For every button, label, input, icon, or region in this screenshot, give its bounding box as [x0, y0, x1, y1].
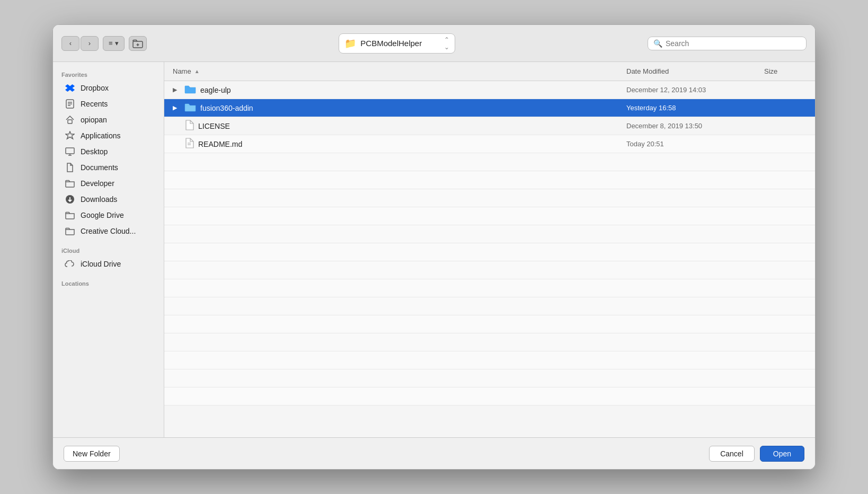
file-area: Name ▲ Date Modified Size ▶ — [164, 62, 815, 437]
file-table-header: Name ▲ Date Modified Size — [164, 62, 815, 81]
sidebar-item-recents[interactable]: Recents — [56, 96, 161, 112]
table-row-empty — [164, 333, 815, 351]
sidebar-item-developer[interactable]: Developer — [56, 175, 161, 191]
table-row-empty — [164, 153, 815, 171]
file-row-left: ▶ LICENSE — [173, 120, 626, 133]
table-row-empty — [164, 369, 815, 387]
file-date: Yesterday 16:58 — [626, 104, 764, 112]
expand-arrow-spacer: ▶ — [173, 122, 180, 129]
expand-arrow-icon: ▶ — [173, 86, 180, 93]
sidebar-item-creative-cloud[interactable]: Creative Cloud... — [56, 223, 161, 239]
search-input[interactable] — [666, 39, 801, 48]
desktop-icon — [65, 146, 75, 157]
file-row-left: ▶ README.md — [173, 138, 626, 151]
file-date: December 8, 2019 13:50 — [626, 122, 764, 130]
search-box[interactable]: 🔍 — [648, 37, 807, 50]
sidebar-recents-label: Recents — [81, 100, 108, 108]
folder-icon — [184, 102, 196, 114]
file-name: LICENSE — [198, 122, 230, 130]
table-row-empty — [164, 315, 815, 333]
column-header-date[interactable]: Date Modified — [626, 67, 764, 75]
location-label: PCBModelHelper — [360, 39, 440, 48]
developer-folder-icon — [65, 178, 75, 189]
icloud-section-label: iCloud — [53, 244, 164, 256]
sidebar-item-google-drive[interactable]: Google Drive — [56, 207, 161, 223]
new-folder-toolbar-button[interactable] — [129, 36, 147, 51]
sidebar-item-documents[interactable]: Documents — [56, 160, 161, 175]
sidebar-creative-cloud-label: Creative Cloud... — [81, 227, 136, 235]
svg-marker-3 — [65, 84, 75, 92]
locations-section-label: Locations — [53, 277, 164, 289]
table-row-empty — [164, 279, 815, 297]
search-icon: 🔍 — [653, 39, 662, 48]
sidebar-item-icloud-drive[interactable]: iCloud Drive — [56, 256, 161, 272]
table-row[interactable]: ▶ LICENSE December 8, 2019 13:50 — [164, 117, 815, 135]
applications-icon — [65, 130, 75, 141]
file-name: eagle-ulp — [200, 86, 231, 94]
sidebar-dropbox-label: Dropbox — [81, 84, 109, 92]
table-row[interactable]: ▶ fusion360-addin Yesterday 16:58 — [164, 99, 815, 117]
dropbox-icon — [65, 83, 75, 93]
sidebar-icloud-drive-label: iCloud Drive — [81, 260, 121, 268]
open-button[interactable]: Open — [760, 446, 804, 462]
column-header-size[interactable]: Size — [764, 67, 807, 75]
sidebar-item-downloads[interactable]: Downloads — [56, 191, 161, 207]
sidebar-desktop-label: Desktop — [81, 147, 108, 156]
file-icon — [184, 120, 194, 133]
table-row-empty — [164, 351, 815, 369]
sidebar-applications-label: Applications — [81, 131, 121, 140]
file-icon — [184, 138, 194, 151]
table-row-empty — [164, 189, 815, 207]
folder-icon — [184, 84, 196, 96]
file-name: fusion360-addin — [200, 104, 253, 112]
file-name: README.md — [198, 140, 242, 148]
expand-arrow-spacer: ▶ — [173, 140, 180, 147]
location-chevron-icon: ⌃⌄ — [444, 36, 449, 51]
sidebar-item-dropbox[interactable]: Dropbox — [56, 80, 161, 96]
nav-buttons: ‹ › — [61, 36, 99, 51]
expand-arrow-icon: ▶ — [173, 104, 180, 111]
table-row-empty — [164, 387, 815, 405]
toolbar: ‹ › ≡ ▾ 📁 PCBModelHelper ⌃⌄ 🔍 — [53, 25, 815, 62]
google-drive-icon — [65, 210, 75, 220]
location-picker[interactable]: 📁 PCBModelHelper ⌃⌄ — [339, 33, 455, 54]
icloud-drive-icon — [65, 259, 75, 269]
creative-cloud-icon — [65, 226, 75, 236]
file-date: Today 20:51 — [626, 140, 764, 148]
downloads-icon — [65, 194, 75, 205]
home-icon — [65, 114, 75, 125]
documents-icon — [65, 162, 75, 173]
bottom-bar: New Folder Cancel Open — [53, 437, 815, 469]
sidebar: Favorites Dropbox — [53, 62, 164, 437]
sidebar-item-desktop[interactable]: Desktop — [56, 144, 161, 160]
sidebar-item-opiopan[interactable]: opiopan — [56, 112, 161, 128]
sidebar-google-drive-label: Google Drive — [81, 211, 124, 219]
favorites-section-label: Favorites — [53, 68, 164, 80]
file-row-left: ▶ eagle-ulp — [173, 84, 626, 96]
column-header-name[interactable]: Name ▲ — [173, 67, 626, 75]
table-row[interactable]: ▶ README.md Today 20:51 — [164, 135, 815, 153]
sidebar-developer-label: Developer — [81, 179, 114, 188]
view-icon: ≡ — [109, 39, 113, 47]
view-options-button[interactable]: ≡ ▾ — [103, 36, 125, 51]
cancel-button[interactable]: Cancel — [709, 446, 755, 462]
file-dialog: ‹ › ≡ ▾ 📁 PCBModelHelper ⌃⌄ 🔍 — [52, 24, 816, 470]
forward-button[interactable]: › — [81, 36, 99, 51]
svg-rect-9 — [66, 148, 74, 154]
table-row-empty — [164, 225, 815, 243]
back-button[interactable]: ‹ — [61, 36, 79, 51]
table-row[interactable]: ▶ eagle-ulp December 12, 2019 14:03 — [164, 81, 815, 99]
file-row-left: ▶ fusion360-addin — [173, 102, 626, 114]
sidebar-item-applications[interactable]: Applications — [56, 128, 161, 144]
file-list: ▶ eagle-ulp December 12, 2019 14:03 — [164, 81, 815, 437]
view-chevron-icon: ▾ — [115, 39, 119, 47]
content-area: Favorites Dropbox — [53, 62, 815, 437]
table-row-empty — [164, 243, 815, 261]
sort-icon: ▲ — [194, 68, 200, 74]
table-row-empty — [164, 171, 815, 189]
table-row-empty — [164, 297, 815, 315]
bottom-right-buttons: Cancel Open — [709, 446, 804, 462]
table-row-empty — [164, 261, 815, 279]
file-date: December 12, 2019 14:03 — [626, 86, 764, 94]
new-folder-button[interactable]: New Folder — [64, 446, 120, 462]
